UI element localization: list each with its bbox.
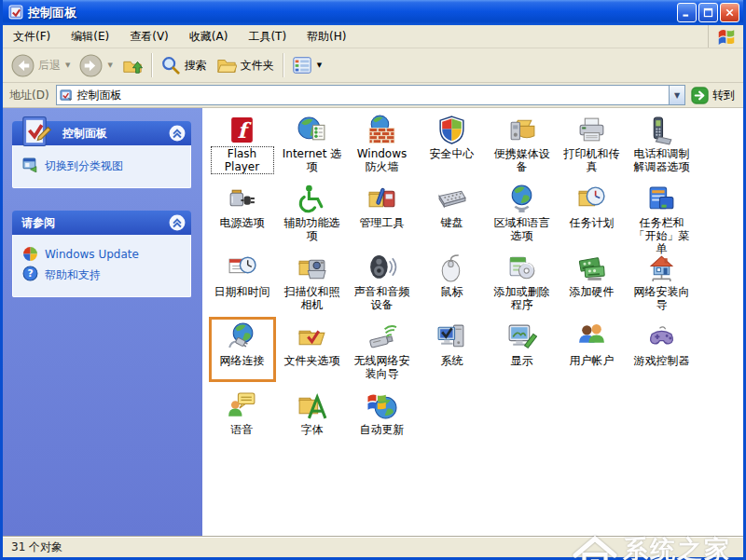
maximize-button[interactable] [698, 3, 718, 22]
search-icon [160, 55, 181, 75]
power-options-icon [227, 184, 257, 214]
item-label: Internet 选项 [282, 147, 343, 173]
sidebar-item-label: 帮助和支持 [45, 266, 101, 283]
item-network-setup-wizard[interactable]: 网络安装向导 [631, 251, 693, 311]
menu-item[interactable]: 帮助(H) [297, 25, 356, 48]
item-automatic-updates[interactable]: 自动更新 [352, 389, 413, 448]
item-scheduled-tasks[interactable]: 任务计划 [561, 182, 623, 241]
item-accessibility-options[interactable]: 辅助功能选项 [282, 182, 343, 242]
search-label: 搜索 [185, 58, 207, 74]
item-user-accounts[interactable]: 用户帐户 [561, 320, 623, 379]
panel-body: Windows Update?帮助和支持 [12, 235, 191, 297]
address-input[interactable]: 控制面板 ▼ [56, 85, 685, 105]
panel-title: 控制面板 [62, 126, 169, 142]
panel-body: 切换到分类视图 [12, 145, 191, 188]
item-internet-options[interactable]: Internet 选项 [282, 113, 343, 173]
network-connections-icon [227, 321, 257, 352]
item-keyboard[interactable]: 键盘 [421, 182, 483, 241]
forward-button[interactable]: ▼ [75, 52, 117, 79]
views-button[interactable]: ▼ [287, 53, 326, 77]
item-label: 无线网络安装向导 [352, 354, 413, 380]
item-add-hardware[interactable]: 添加硬件 [561, 251, 623, 310]
item-scanners-cameras[interactable]: 扫描仪和照相机 [282, 251, 343, 311]
item-security-center[interactable]: 安全中心 [421, 113, 483, 172]
watermark-title: 系统之家 [623, 538, 742, 560]
svg-text:?: ? [27, 267, 33, 280]
chevron-up-icon[interactable] [169, 125, 186, 142]
item-mouse[interactable]: 鼠标 [421, 251, 483, 310]
item-display[interactable]: 显示 [491, 320, 553, 379]
item-portable-media-devices[interactable]: 便携媒体设备 [491, 113, 553, 173]
item-flash-player[interactable]: fFlash Player [212, 113, 273, 173]
speech-icon [227, 390, 257, 421]
switch-category-view-icon [22, 157, 38, 172]
item-label: 安全中心 [430, 147, 475, 160]
watermark-house-icon [571, 534, 619, 560]
sidebar-item-windows-update[interactable]: Windows Update [22, 246, 185, 262]
menu-item[interactable]: 工具(T) [238, 25, 297, 48]
printers-faxes-icon [576, 115, 607, 145]
folders-button[interactable]: 文件夹 [212, 53, 279, 77]
item-printers-faxes[interactable]: 打印机和传真 [561, 113, 623, 173]
watermark: 系统之家 XITONGZHIJIA.NET [571, 534, 742, 560]
item-label: 任务计划 [570, 216, 615, 229]
item-label: 显示 [511, 354, 533, 367]
address-bar: 地址(D) 控制面板 ▼ 转到 [3, 83, 743, 108]
menu-item[interactable]: 文件(F) [3, 25, 61, 48]
regional-language-icon [506, 184, 537, 214]
item-label: Flash Player [212, 147, 273, 173]
item-label: 声音和音频设备 [352, 285, 413, 311]
go-button[interactable]: 转到 [685, 87, 740, 104]
sounds-audio-icon [366, 253, 397, 283]
chevron-up-icon[interactable] [169, 214, 186, 231]
up-folder-icon [122, 55, 143, 75]
address-value: 控制面板 [77, 88, 669, 103]
search-button[interactable]: 搜索 [156, 53, 212, 77]
item-label: 管理工具 [360, 216, 405, 229]
close-button[interactable] [720, 3, 739, 22]
item-label: 日期和时间 [214, 285, 270, 298]
item-wireless-network-wizard[interactable]: 无线网络安装向导 [352, 320, 413, 380]
toolbar: 后退▼ ▼ 搜索 文件夹 ▼ [3, 48, 743, 83]
minimize-button[interactable] [677, 3, 697, 22]
item-network-connections[interactable]: 网络连接 [212, 320, 273, 379]
item-date-time[interactable]: 日期和时间 [212, 251, 273, 310]
item-sounds-audio[interactable]: 声音和音频设备 [352, 251, 413, 311]
control-panel-window: 控制面板 文件(F)编辑(E)查看(V)收藏(A)工具(T)帮助(H) 后退▼ … [0, 0, 746, 560]
up-button[interactable] [117, 53, 147, 77]
sidebar-item-switch-category-view[interactable]: 切换到分类视图 [22, 157, 185, 174]
item-phone-modem[interactable]: 电话和调制解调器选项 [631, 113, 693, 173]
item-taskbar-startmenu[interactable]: 任务栏和「开始」菜单 [631, 182, 693, 255]
item-speech[interactable]: 语音 [212, 389, 273, 448]
address-dropdown-button[interactable]: ▼ [669, 86, 684, 104]
address-page-icon [60, 89, 74, 102]
item-power-options[interactable]: 电源选项 [212, 182, 273, 241]
menu-item[interactable]: 编辑(E) [61, 25, 119, 48]
menu-item[interactable]: 查看(V) [119, 25, 179, 48]
item-folder-options[interactable]: 文件夹选项 [282, 320, 343, 379]
item-fonts[interactable]: 字体 [282, 389, 343, 448]
item-regional-language[interactable]: 区域和语言选项 [491, 182, 553, 242]
item-system[interactable]: 系统 [421, 320, 483, 379]
phone-modem-icon [646, 115, 677, 145]
item-game-controllers[interactable]: 游戏控制器 [631, 320, 693, 379]
game-controllers-icon [646, 321, 677, 352]
item-administrative-tools[interactable]: 管理工具 [352, 182, 413, 241]
content-area: fFlash PlayerInternet 选项Windows 防火墙安全中心便… [202, 108, 743, 536]
sidebar-item-help-support[interactable]: ?帮助和支持 [22, 266, 185, 283]
item-windows-firewall[interactable]: Windows 防火墙 [352, 113, 413, 173]
title-bar: 控制面板 [3, 0, 743, 25]
go-icon [691, 87, 709, 104]
item-label: 电话和调制解调器选项 [631, 147, 693, 173]
item-label: 系统 [441, 354, 463, 367]
item-label: 辅助功能选项 [282, 216, 343, 242]
user-accounts-icon [576, 321, 607, 352]
fonts-icon [297, 390, 327, 421]
item-label: 扫描仪和照相机 [282, 285, 343, 311]
item-label: 字体 [301, 423, 324, 436]
menu-bar: 文件(F)编辑(E)查看(V)收藏(A)工具(T)帮助(H) [3, 25, 743, 48]
menu-item[interactable]: 收藏(A) [179, 25, 239, 48]
item-label: 任务栏和「开始」菜单 [631, 216, 693, 255]
back-button[interactable]: 后退▼ [7, 52, 75, 79]
item-add-remove-programs[interactable]: 添加或删除程序 [491, 251, 553, 311]
